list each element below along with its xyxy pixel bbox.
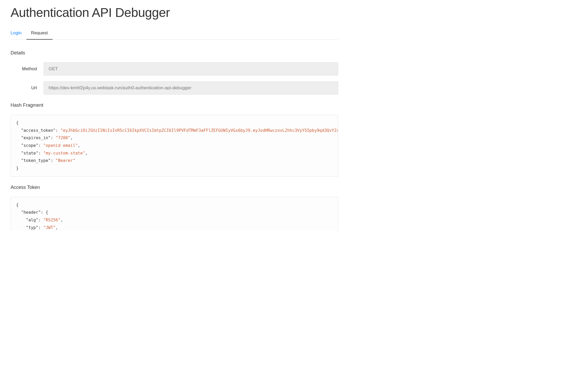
hash-fragment-heading: Hash Fragment [11, 102, 338, 108]
url-label: Url [11, 85, 44, 91]
tabs: Login Request [11, 28, 338, 40]
details-heading: Details [11, 50, 338, 56]
url-field: https://dev-kmhf2p4y.us.webtask.run/auth… [44, 81, 338, 95]
access-token-code: { "header": { "alg": "RS256", "typ": "JW… [11, 197, 338, 231]
method-row: Method GET [11, 62, 338, 76]
page-title: Authentication API Debugger [11, 5, 338, 20]
url-row: Url https://dev-kmhf2p4y.us.webtask.run/… [11, 81, 338, 95]
tab-request[interactable]: Request [26, 28, 53, 39]
method-field: GET [44, 62, 338, 76]
hash-fragment-code: { "access_token": "eyJhbGciOiJSUzI1NiIsI… [11, 115, 338, 177]
access-token-heading: Access Token [11, 185, 338, 190]
method-label: Method [11, 66, 44, 72]
tab-login[interactable]: Login [11, 28, 26, 39]
